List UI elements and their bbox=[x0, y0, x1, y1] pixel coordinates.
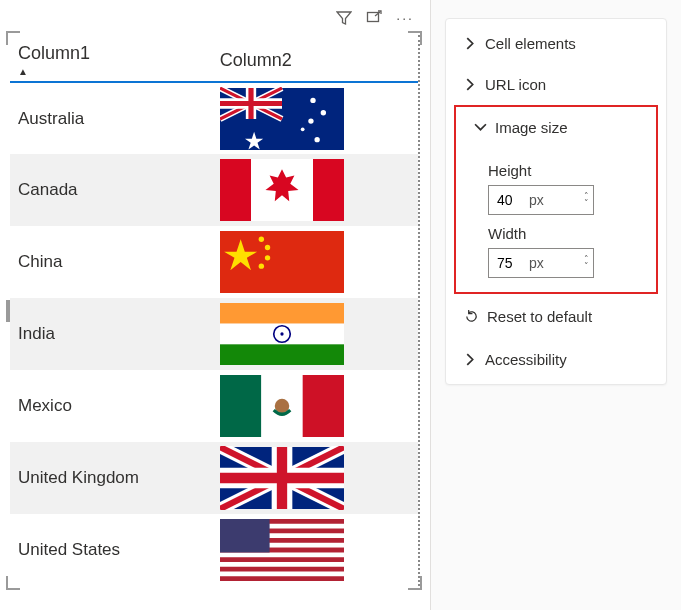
height-label: Height bbox=[488, 162, 638, 179]
column-header-2[interactable]: Column2 bbox=[212, 35, 418, 82]
svg-rect-25 bbox=[302, 375, 343, 437]
column-header-label: Column2 bbox=[220, 50, 292, 70]
focus-mode-icon[interactable] bbox=[366, 10, 382, 29]
country-cell: China bbox=[10, 226, 212, 298]
column-header-1[interactable]: Column1 ▲ bbox=[10, 35, 212, 82]
svg-rect-23 bbox=[220, 375, 261, 437]
height-input[interactable]: px ˄˅ bbox=[488, 185, 594, 215]
column-header-label: Column1 bbox=[18, 43, 90, 63]
chevron-right-icon bbox=[464, 353, 477, 366]
width-unit: px bbox=[529, 255, 584, 271]
height-unit: px bbox=[529, 192, 584, 208]
svg-rect-11 bbox=[313, 159, 344, 221]
svg-point-4 bbox=[310, 97, 315, 102]
resize-handle[interactable] bbox=[6, 576, 20, 590]
spin-down-icon[interactable]: ˅ bbox=[584, 263, 589, 270]
data-table: Column1 ▲ Column2 Australia bbox=[10, 35, 418, 586]
svg-rect-18 bbox=[220, 303, 344, 324]
flag-cell bbox=[212, 514, 418, 586]
section-cell-elements[interactable]: Cell elements bbox=[446, 23, 666, 64]
svg-point-8 bbox=[301, 127, 305, 131]
country-cell: United Kingdom bbox=[10, 442, 212, 514]
svg-rect-34 bbox=[220, 571, 344, 576]
svg-rect-35 bbox=[220, 519, 270, 552]
svg-point-15 bbox=[265, 245, 270, 250]
filter-icon[interactable] bbox=[336, 10, 352, 29]
reset-icon bbox=[464, 309, 479, 324]
chevron-right-icon bbox=[464, 37, 477, 50]
country-cell: Canada bbox=[10, 154, 212, 226]
resize-handle[interactable] bbox=[6, 300, 10, 322]
flag-usa bbox=[220, 518, 344, 582]
country-cell: Mexico bbox=[10, 370, 212, 442]
sort-ascending-icon: ▲ bbox=[18, 66, 204, 77]
flag-cell bbox=[212, 370, 418, 442]
flag-uk bbox=[220, 446, 344, 510]
chevron-down-icon bbox=[474, 121, 487, 134]
table-row[interactable]: India bbox=[10, 298, 418, 370]
table-row[interactable]: Australia bbox=[10, 82, 418, 154]
table-row[interactable]: Mexico bbox=[10, 370, 418, 442]
height-spinner[interactable]: ˄˅ bbox=[584, 193, 589, 207]
svg-point-6 bbox=[308, 118, 313, 123]
spin-down-icon[interactable]: ˅ bbox=[584, 200, 589, 207]
svg-rect-33 bbox=[220, 562, 344, 567]
svg-point-17 bbox=[258, 263, 263, 268]
flag-canada bbox=[220, 158, 344, 222]
country-cell: United States bbox=[10, 514, 212, 586]
reset-to-default[interactable]: Reset to default bbox=[446, 294, 666, 329]
image-size-body: Height px ˄˅ Width px ˄˅ bbox=[456, 148, 656, 278]
table-row[interactable]: China bbox=[10, 226, 418, 298]
svg-point-14 bbox=[258, 237, 263, 242]
flag-india bbox=[220, 302, 344, 366]
width-input[interactable]: px ˄˅ bbox=[488, 248, 594, 278]
format-pane: Cell elements URL icon Image size Height… bbox=[430, 0, 681, 610]
section-label: Image size bbox=[495, 119, 568, 136]
highlight-annotation: Image size Height px ˄˅ Width px ˄˅ bbox=[454, 105, 658, 294]
more-options-icon[interactable]: ··· bbox=[396, 10, 414, 29]
width-value[interactable] bbox=[497, 255, 527, 271]
flag-cell bbox=[212, 82, 418, 154]
flag-cell bbox=[212, 298, 418, 370]
flag-cell bbox=[212, 226, 418, 298]
table-row[interactable]: Canada bbox=[10, 154, 418, 226]
svg-point-22 bbox=[280, 332, 283, 335]
height-value[interactable] bbox=[497, 192, 527, 208]
svg-rect-10 bbox=[220, 159, 251, 221]
svg-point-5 bbox=[320, 110, 325, 115]
visual-container: ··· Column1 ▲ Column2 Au bbox=[0, 0, 430, 610]
svg-point-7 bbox=[314, 136, 319, 141]
format-card: Cell elements URL icon Image size Height… bbox=[445, 18, 667, 385]
svg-point-16 bbox=[265, 255, 270, 260]
flag-mexico bbox=[220, 374, 344, 438]
country-cell: Australia bbox=[10, 82, 212, 154]
section-label: Accessibility bbox=[485, 351, 567, 368]
svg-rect-20 bbox=[220, 344, 344, 365]
section-label: Cell elements bbox=[485, 35, 576, 52]
section-label: URL icon bbox=[485, 76, 546, 93]
visual-toolbar: ··· bbox=[10, 8, 420, 35]
country-cell: India bbox=[10, 298, 212, 370]
svg-rect-32 bbox=[220, 552, 344, 557]
resize-handle[interactable] bbox=[408, 576, 422, 590]
width-spinner[interactable]: ˄˅ bbox=[584, 256, 589, 270]
section-accessibility[interactable]: Accessibility bbox=[446, 339, 666, 380]
section-url-icon[interactable]: URL icon bbox=[446, 64, 666, 105]
table-row[interactable]: United Kingdom bbox=[10, 442, 418, 514]
reset-label: Reset to default bbox=[487, 308, 592, 325]
flag-cell bbox=[212, 442, 418, 514]
table-row[interactable]: United States bbox=[10, 514, 418, 586]
flag-australia bbox=[220, 87, 344, 151]
section-image-size[interactable]: Image size bbox=[456, 107, 656, 148]
flag-cell bbox=[212, 154, 418, 226]
chevron-right-icon bbox=[464, 78, 477, 91]
width-label: Width bbox=[488, 225, 638, 242]
flag-china bbox=[220, 230, 344, 294]
table-visual[interactable]: Column1 ▲ Column2 Australia bbox=[10, 35, 420, 586]
